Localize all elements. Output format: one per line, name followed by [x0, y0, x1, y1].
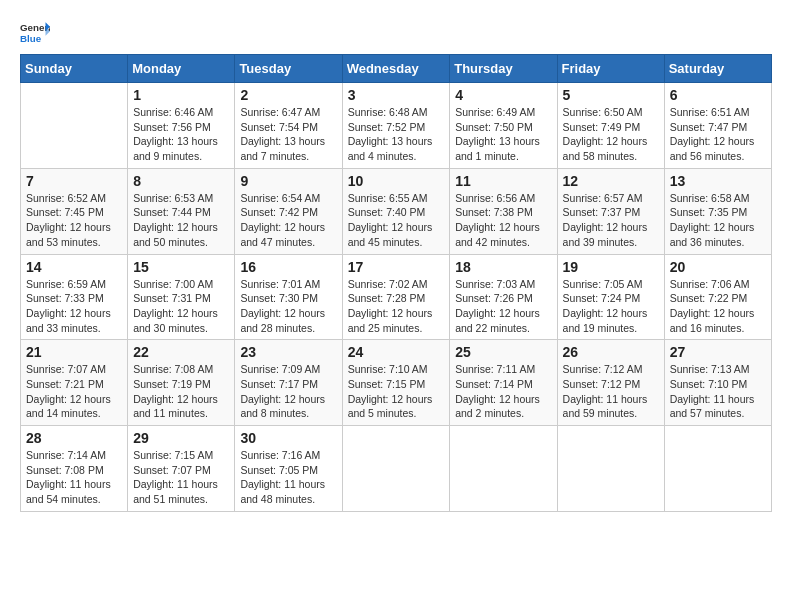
- day-number: 17: [348, 259, 445, 275]
- calendar-cell-w3-d3: 16Sunrise: 7:01 AM Sunset: 7:30 PM Dayli…: [235, 254, 342, 340]
- day-info: Sunrise: 6:46 AM Sunset: 7:56 PM Dayligh…: [133, 105, 229, 164]
- day-number: 20: [670, 259, 766, 275]
- calendar-cell-w1-d7: 6Sunrise: 6:51 AM Sunset: 7:47 PM Daylig…: [664, 83, 771, 169]
- calendar-cell-w4-d6: 26Sunrise: 7:12 AM Sunset: 7:12 PM Dayli…: [557, 340, 664, 426]
- calendar-cell-w4-d4: 24Sunrise: 7:10 AM Sunset: 7:15 PM Dayli…: [342, 340, 450, 426]
- day-info: Sunrise: 7:10 AM Sunset: 7:15 PM Dayligh…: [348, 362, 445, 421]
- day-info: Sunrise: 7:11 AM Sunset: 7:14 PM Dayligh…: [455, 362, 551, 421]
- calendar-cell-w4-d3: 23Sunrise: 7:09 AM Sunset: 7:17 PM Dayli…: [235, 340, 342, 426]
- day-info: Sunrise: 7:07 AM Sunset: 7:21 PM Dayligh…: [26, 362, 122, 421]
- day-number: 29: [133, 430, 229, 446]
- calendar-cell-w1-d2: 1Sunrise: 6:46 AM Sunset: 7:56 PM Daylig…: [128, 83, 235, 169]
- day-info: Sunrise: 6:55 AM Sunset: 7:40 PM Dayligh…: [348, 191, 445, 250]
- day-info: Sunrise: 6:52 AM Sunset: 7:45 PM Dayligh…: [26, 191, 122, 250]
- svg-text:Blue: Blue: [20, 33, 42, 44]
- day-info: Sunrise: 6:53 AM Sunset: 7:44 PM Dayligh…: [133, 191, 229, 250]
- day-number: 2: [240, 87, 336, 103]
- weekday-header-saturday: Saturday: [664, 55, 771, 83]
- calendar-cell-w1-d5: 4Sunrise: 6:49 AM Sunset: 7:50 PM Daylig…: [450, 83, 557, 169]
- day-number: 15: [133, 259, 229, 275]
- calendar-cell-w5-d4: [342, 426, 450, 512]
- day-number: 18: [455, 259, 551, 275]
- day-info: Sunrise: 6:49 AM Sunset: 7:50 PM Dayligh…: [455, 105, 551, 164]
- day-number: 27: [670, 344, 766, 360]
- week-row-1: 1Sunrise: 6:46 AM Sunset: 7:56 PM Daylig…: [21, 83, 772, 169]
- weekday-header-tuesday: Tuesday: [235, 55, 342, 83]
- day-info: Sunrise: 6:59 AM Sunset: 7:33 PM Dayligh…: [26, 277, 122, 336]
- day-info: Sunrise: 7:00 AM Sunset: 7:31 PM Dayligh…: [133, 277, 229, 336]
- day-number: 24: [348, 344, 445, 360]
- calendar-cell-w3-d1: 14Sunrise: 6:59 AM Sunset: 7:33 PM Dayli…: [21, 254, 128, 340]
- calendar-cell-w5-d3: 30Sunrise: 7:16 AM Sunset: 7:05 PM Dayli…: [235, 426, 342, 512]
- day-number: 7: [26, 173, 122, 189]
- day-number: 14: [26, 259, 122, 275]
- week-row-4: 21Sunrise: 7:07 AM Sunset: 7:21 PM Dayli…: [21, 340, 772, 426]
- calendar-cell-w2-d2: 8Sunrise: 6:53 AM Sunset: 7:44 PM Daylig…: [128, 168, 235, 254]
- day-number: 12: [563, 173, 659, 189]
- header: General Blue: [20, 20, 772, 44]
- calendar-cell-w1-d4: 3Sunrise: 6:48 AM Sunset: 7:52 PM Daylig…: [342, 83, 450, 169]
- day-number: 16: [240, 259, 336, 275]
- calendar-cell-w2-d1: 7Sunrise: 6:52 AM Sunset: 7:45 PM Daylig…: [21, 168, 128, 254]
- calendar-cell-w4-d1: 21Sunrise: 7:07 AM Sunset: 7:21 PM Dayli…: [21, 340, 128, 426]
- calendar-cell-w5-d5: [450, 426, 557, 512]
- day-number: 21: [26, 344, 122, 360]
- calendar-cell-w1-d1: [21, 83, 128, 169]
- day-number: 13: [670, 173, 766, 189]
- week-row-2: 7Sunrise: 6:52 AM Sunset: 7:45 PM Daylig…: [21, 168, 772, 254]
- calendar-cell-w2-d5: 11Sunrise: 6:56 AM Sunset: 7:38 PM Dayli…: [450, 168, 557, 254]
- calendar-cell-w3-d4: 17Sunrise: 7:02 AM Sunset: 7:28 PM Dayli…: [342, 254, 450, 340]
- calendar-cell-w1-d6: 5Sunrise: 6:50 AM Sunset: 7:49 PM Daylig…: [557, 83, 664, 169]
- calendar-cell-w2-d4: 10Sunrise: 6:55 AM Sunset: 7:40 PM Dayli…: [342, 168, 450, 254]
- day-info: Sunrise: 7:06 AM Sunset: 7:22 PM Dayligh…: [670, 277, 766, 336]
- day-number: 5: [563, 87, 659, 103]
- day-info: Sunrise: 6:54 AM Sunset: 7:42 PM Dayligh…: [240, 191, 336, 250]
- day-number: 30: [240, 430, 336, 446]
- day-info: Sunrise: 7:13 AM Sunset: 7:10 PM Dayligh…: [670, 362, 766, 421]
- day-info: Sunrise: 7:05 AM Sunset: 7:24 PM Dayligh…: [563, 277, 659, 336]
- calendar-cell-w5-d2: 29Sunrise: 7:15 AM Sunset: 7:07 PM Dayli…: [128, 426, 235, 512]
- calendar: SundayMondayTuesdayWednesdayThursdayFrid…: [20, 54, 772, 512]
- day-number: 3: [348, 87, 445, 103]
- day-number: 9: [240, 173, 336, 189]
- day-number: 8: [133, 173, 229, 189]
- day-info: Sunrise: 7:12 AM Sunset: 7:12 PM Dayligh…: [563, 362, 659, 421]
- day-number: 26: [563, 344, 659, 360]
- day-info: Sunrise: 6:48 AM Sunset: 7:52 PM Dayligh…: [348, 105, 445, 164]
- logo: General Blue: [20, 20, 50, 44]
- calendar-cell-w5-d1: 28Sunrise: 7:14 AM Sunset: 7:08 PM Dayli…: [21, 426, 128, 512]
- day-number: 22: [133, 344, 229, 360]
- day-info: Sunrise: 6:51 AM Sunset: 7:47 PM Dayligh…: [670, 105, 766, 164]
- calendar-cell-w2-d6: 12Sunrise: 6:57 AM Sunset: 7:37 PM Dayli…: [557, 168, 664, 254]
- day-info: Sunrise: 6:58 AM Sunset: 7:35 PM Dayligh…: [670, 191, 766, 250]
- weekday-header-sunday: Sunday: [21, 55, 128, 83]
- day-number: 19: [563, 259, 659, 275]
- day-info: Sunrise: 7:14 AM Sunset: 7:08 PM Dayligh…: [26, 448, 122, 507]
- weekday-header-friday: Friday: [557, 55, 664, 83]
- day-number: 23: [240, 344, 336, 360]
- weekday-header-row: SundayMondayTuesdayWednesdayThursdayFrid…: [21, 55, 772, 83]
- calendar-cell-w4-d7: 27Sunrise: 7:13 AM Sunset: 7:10 PM Dayli…: [664, 340, 771, 426]
- day-info: Sunrise: 7:08 AM Sunset: 7:19 PM Dayligh…: [133, 362, 229, 421]
- day-number: 1: [133, 87, 229, 103]
- day-info: Sunrise: 7:03 AM Sunset: 7:26 PM Dayligh…: [455, 277, 551, 336]
- day-info: Sunrise: 7:16 AM Sunset: 7:05 PM Dayligh…: [240, 448, 336, 507]
- day-info: Sunrise: 7:15 AM Sunset: 7:07 PM Dayligh…: [133, 448, 229, 507]
- logo-icon: General Blue: [20, 20, 50, 44]
- calendar-cell-w5-d7: [664, 426, 771, 512]
- week-row-5: 28Sunrise: 7:14 AM Sunset: 7:08 PM Dayli…: [21, 426, 772, 512]
- day-info: Sunrise: 7:01 AM Sunset: 7:30 PM Dayligh…: [240, 277, 336, 336]
- day-number: 10: [348, 173, 445, 189]
- day-number: 25: [455, 344, 551, 360]
- calendar-cell-w4-d5: 25Sunrise: 7:11 AM Sunset: 7:14 PM Dayli…: [450, 340, 557, 426]
- weekday-header-monday: Monday: [128, 55, 235, 83]
- week-row-3: 14Sunrise: 6:59 AM Sunset: 7:33 PM Dayli…: [21, 254, 772, 340]
- day-number: 6: [670, 87, 766, 103]
- day-number: 4: [455, 87, 551, 103]
- calendar-cell-w1-d3: 2Sunrise: 6:47 AM Sunset: 7:54 PM Daylig…: [235, 83, 342, 169]
- calendar-cell-w2-d3: 9Sunrise: 6:54 AM Sunset: 7:42 PM Daylig…: [235, 168, 342, 254]
- calendar-cell-w4-d2: 22Sunrise: 7:08 AM Sunset: 7:19 PM Dayli…: [128, 340, 235, 426]
- weekday-header-wednesday: Wednesday: [342, 55, 450, 83]
- calendar-cell-w3-d6: 19Sunrise: 7:05 AM Sunset: 7:24 PM Dayli…: [557, 254, 664, 340]
- day-info: Sunrise: 7:09 AM Sunset: 7:17 PM Dayligh…: [240, 362, 336, 421]
